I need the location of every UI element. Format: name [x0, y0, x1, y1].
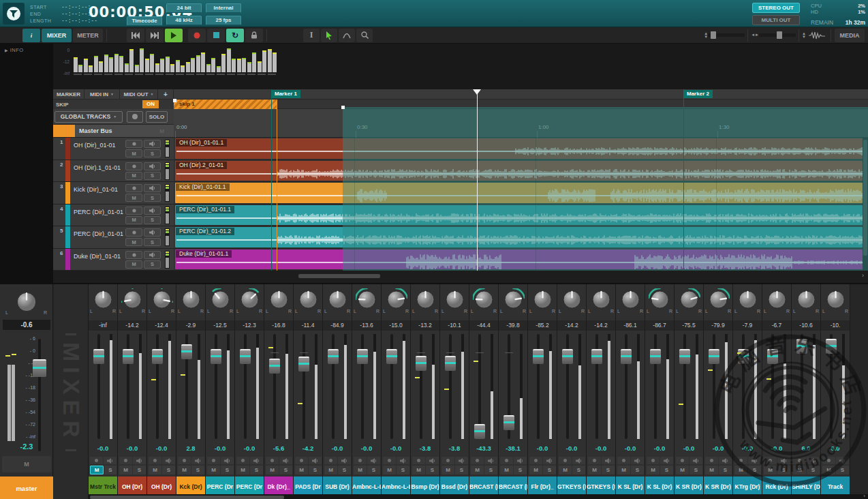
play-button[interactable] [165, 29, 183, 42]
track-name[interactable]: OH (Dir)_01-01 [74, 142, 116, 149]
pan-knob[interactable] [268, 288, 290, 311]
channel-solo-button[interactable]: S [777, 466, 790, 474]
channel-name-chip[interactable]: Dk (Dr)_ [264, 479, 293, 495]
channel-name-chip[interactable]: BRCAST (P [469, 479, 498, 495]
channel-name-chip[interactable]: K SL (Dr) [645, 479, 674, 495]
channel-record-button[interactable] [178, 457, 191, 464]
loop-button[interactable]: ↻ [226, 29, 244, 42]
channel-pan-knob[interactable] [444, 288, 466, 314]
channel-record-button[interactable] [471, 457, 484, 464]
channel-fader-cap[interactable] [826, 339, 837, 354]
channel-name-chip[interactable]: Kck (Dr) [176, 479, 205, 495]
channel-mute-button[interactable]: M [266, 466, 279, 474]
channel-fader-cap[interactable] [679, 349, 690, 364]
track-mute-button[interactable]: M [125, 238, 142, 246]
channel-name-chip[interactable]: Ambnc-L-L [352, 479, 381, 495]
global-record-button[interactable] [127, 111, 143, 123]
channel-pan-knob[interactable] [531, 288, 554, 314]
pan-knob[interactable] [297, 288, 320, 311]
channel-fader-value[interactable]: -0.0 [323, 444, 352, 452]
pan-knob[interactable] [385, 288, 407, 311]
channel-record-button[interactable] [676, 457, 689, 464]
channel-monitor-button[interactable] [133, 457, 146, 464]
channel-mute-button[interactable]: M [647, 466, 660, 474]
mixer-horizontal-scrollbar[interactable]: › [89, 494, 868, 499]
channel-pan-knob[interactable] [766, 288, 788, 314]
pan-knob[interactable] [649, 288, 671, 311]
marker-flag[interactable]: Marker 2 [683, 90, 713, 98]
stop-button[interactable] [207, 29, 225, 42]
channel-fader-cap[interactable] [533, 349, 544, 364]
add-track-button[interactable]: + [158, 89, 174, 99]
channel-name-chip[interactable]: K SL (Dr) [616, 479, 645, 495]
track-solo-button[interactable]: S [144, 149, 161, 157]
channel-solo-button[interactable]: S [221, 466, 234, 474]
channel-mute-button[interactable]: M [734, 466, 747, 474]
channel-monitor-button[interactable] [104, 457, 117, 464]
playhead-triangle[interactable] [473, 89, 481, 99]
track-solo-button[interactable]: S [144, 238, 161, 246]
channel-pan-knob[interactable] [385, 288, 407, 314]
channel-pan-knob[interactable] [151, 288, 173, 314]
channel-fader-track[interactable] [303, 334, 305, 439]
channel-fader-value[interactable]: -0.0 [587, 444, 615, 452]
channel-name-chip[interactable]: Bssd (Dr) [440, 479, 469, 495]
channel-fader-cap[interactable] [181, 344, 192, 359]
track-monitor-button[interactable] [144, 140, 161, 148]
track-mute-button[interactable]: M [125, 194, 142, 202]
channel-name-chip[interactable]: Track [821, 479, 850, 495]
track-record-button[interactable] [125, 207, 142, 215]
marker-track-label[interactable]: MARKER [53, 89, 84, 99]
channel-fader-value[interactable]: -5.6 [264, 444, 293, 452]
channel-record-button[interactable] [119, 457, 132, 464]
channel-fader-value[interactable]: -0.0 [528, 444, 557, 452]
channel-fader-cap[interactable] [240, 349, 251, 364]
channel-pan-knob[interactable] [209, 288, 232, 314]
channel-pan-knob[interactable] [502, 288, 525, 314]
multi-out-button[interactable]: MULTI OUT [752, 15, 800, 25]
pan-knob[interactable] [502, 288, 525, 311]
track-header-row[interactable]: 5PERC (Dir)_01-01MS [53, 226, 174, 249]
master-pan-knob[interactable] [14, 290, 39, 317]
pan-knob[interactable] [766, 288, 788, 311]
track-monitor-button[interactable] [144, 207, 161, 215]
midi-in-dropdown[interactable]: MIDI IN▼ [84, 89, 120, 99]
channel-record-button[interactable] [354, 457, 367, 464]
channel-fader-cap[interactable] [211, 349, 221, 364]
channel-monitor-button[interactable] [279, 457, 292, 464]
track-record-button[interactable] [125, 162, 142, 170]
midi-out-dropdown[interactable]: MIDI OUT▼ [120, 89, 158, 99]
channel-name-chip[interactable]: SUB (Dr) [323, 479, 352, 495]
channel-fader-cap[interactable] [298, 357, 309, 372]
timeline[interactable]: 0:000:301:001:30 OH (Dir)_01-01.1OH (Dir… [174, 89, 868, 271]
channel-record-button[interactable] [207, 457, 220, 464]
arrow-tool[interactable] [321, 29, 337, 42]
track-solo-button[interactable]: S [144, 216, 161, 224]
channel-fader-cap[interactable] [562, 349, 573, 364]
scroll-right-arrow[interactable]: › [863, 493, 865, 499]
channel-solo-button[interactable]: S [397, 466, 409, 474]
channel-fader-cap[interactable] [796, 339, 807, 354]
horizontal-zoom-slider[interactable] [759, 33, 796, 37]
channel-monitor-button[interactable] [689, 457, 702, 464]
channel-monitor-button[interactable] [338, 457, 351, 464]
track-header-row[interactable]: 4PERC (Dir)_01-01MS [53, 205, 174, 227]
pan-knob[interactable] [737, 288, 759, 311]
master-fader-cap[interactable] [33, 359, 46, 377]
arrange-horizontal-scrollbar[interactable] [298, 274, 380, 278]
channel-mute-button[interactable]: M [676, 466, 689, 474]
channel-monitor-button[interactable] [221, 457, 234, 464]
channel-pan-knob[interactable] [326, 288, 349, 314]
channel-name-chip[interactable]: OH (Dr) [118, 479, 146, 495]
track-header-row[interactable]: 1OH (Dir)_01-01MS [53, 138, 174, 160]
channel-solo-button[interactable]: S [367, 466, 380, 474]
channel-monitor-button[interactable] [162, 457, 175, 464]
channel-fader-value[interactable]: -0.0 [704, 444, 732, 452]
channel-pan-knob[interactable] [561, 288, 583, 314]
channel-record-button[interactable] [793, 457, 806, 464]
channel-fader-value[interactable]: -3.8 [411, 444, 439, 452]
skip-region-handle[interactable] [173, 99, 176, 102]
channel-record-button[interactable] [295, 457, 308, 464]
track-solo-button[interactable]: S [144, 260, 161, 269]
channel-name-chip[interactable]: Bsmp (Dr) [411, 479, 439, 495]
